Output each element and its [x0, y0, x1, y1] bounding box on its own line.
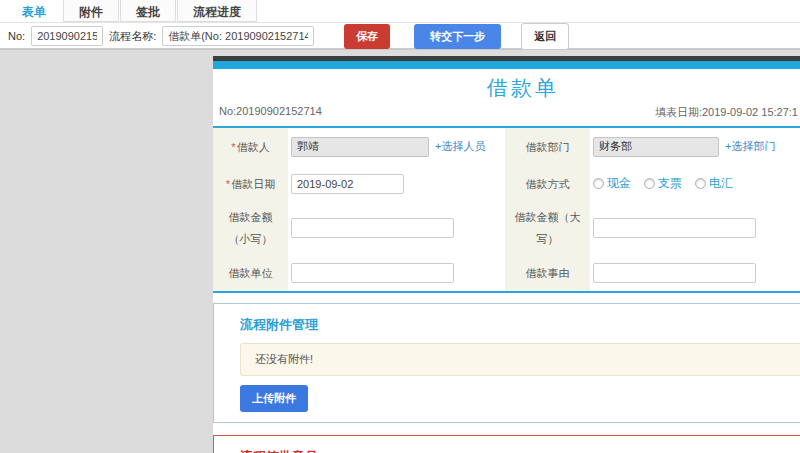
top-bar: 表单 附件 签批 流程进度 No: 流程名称: 保存 转交下一步 返回	[0, 0, 800, 50]
amount-lower-label: 借款金额（小写）	[213, 202, 288, 254]
tab-form[interactable]: 表单	[6, 0, 62, 22]
loan-date-input[interactable]	[291, 174, 404, 194]
panel-accent-bar	[213, 61, 800, 69]
no-input[interactable]	[31, 26, 103, 46]
amount-upper-input[interactable]	[593, 218, 756, 238]
department-label: 借款部门	[505, 128, 590, 165]
amount-upper-field	[590, 202, 800, 254]
fill-date: 填表日期:2019-09-02 15:27:1	[655, 105, 798, 120]
forward-next-step-button[interactable]: 转交下一步	[414, 24, 501, 49]
borrower-label: *借款人	[213, 128, 288, 165]
radio-option-cash[interactable]: 现金	[593, 175, 631, 192]
attachments-section: 流程附件管理 还没有附件! 上传附件	[213, 303, 800, 423]
action-toolbar: No: 流程名称: 保存 转交下一步 返回	[0, 23, 800, 49]
loan-unit-field	[288, 254, 505, 291]
loan-form-table: *借款人 +选择人员 借款部门 +选择部门 *借款日期	[213, 126, 800, 293]
department-field: +选择部门	[590, 128, 800, 165]
required-mark: *	[231, 141, 235, 153]
loan-date-field	[288, 165, 505, 202]
no-attachments-alert: 还没有附件!	[240, 343, 800, 376]
attachments-heading: 流程附件管理	[240, 316, 800, 334]
loan-reason-input[interactable]	[593, 263, 756, 283]
tab-progress[interactable]: 流程进度	[177, 0, 257, 22]
approval-opinion-section: 流程签批意见 B I abc ✐ ⚭ ⚮ ⚑ 1	[213, 435, 800, 453]
radio-icon[interactable]	[695, 178, 706, 189]
save-button[interactable]: 保存	[344, 24, 390, 49]
no-label: No:	[8, 30, 25, 42]
required-mark: *	[226, 178, 230, 190]
loan-method-field: 现金 支票 电汇	[590, 165, 800, 202]
workspace: 借款单 No:20190902152714 填表日期:2019-09-02 15…	[0, 52, 800, 453]
panel-body: 借款单 No:20190902152714 填表日期:2019-09-02 15…	[213, 69, 800, 453]
page-title: 借款单	[213, 69, 800, 103]
doc-number: No:20190902152714	[219, 105, 322, 120]
form-panel: 借款单 No:20190902152714 填表日期:2019-09-02 15…	[213, 56, 800, 453]
approval-heading: 流程签批意见	[240, 448, 800, 453]
loan-date-label: *借款日期	[213, 165, 288, 202]
back-button[interactable]: 返回	[521, 23, 569, 50]
select-department-link[interactable]: +选择部门	[725, 139, 775, 154]
radio-icon[interactable]	[593, 178, 604, 189]
process-name-label: 流程名称:	[109, 29, 156, 44]
tab-approval[interactable]: 签批	[120, 0, 176, 22]
borrower-input[interactable]	[291, 137, 429, 157]
borrower-field: +选择人员	[288, 128, 505, 165]
loan-unit-input[interactable]	[291, 263, 454, 283]
radio-option-wire[interactable]: 电汇	[695, 175, 733, 192]
amount-upper-label: 借款金额（大写）	[505, 202, 590, 254]
tab-bar: 表单 附件 签批 流程进度	[0, 0, 800, 23]
loan-method-label: 借款方式	[505, 165, 590, 202]
upload-attachment-button[interactable]: 上传附件	[240, 385, 308, 412]
department-input[interactable]	[593, 137, 719, 157]
radio-option-cheque[interactable]: 支票	[644, 175, 682, 192]
select-person-link[interactable]: +选择人员	[435, 139, 485, 154]
tab-attachment[interactable]: 附件	[63, 0, 119, 22]
loan-unit-label: 借款单位	[213, 254, 288, 291]
loan-reason-label: 借款事由	[505, 254, 590, 291]
amount-lower-field	[288, 202, 505, 254]
radio-icon[interactable]	[644, 178, 655, 189]
loan-reason-field	[590, 254, 800, 291]
doc-meta-row: No:20190902152714 填表日期:2019-09-02 15:27:…	[213, 103, 800, 126]
amount-lower-input[interactable]	[291, 218, 454, 238]
process-name-input[interactable]	[162, 26, 314, 46]
